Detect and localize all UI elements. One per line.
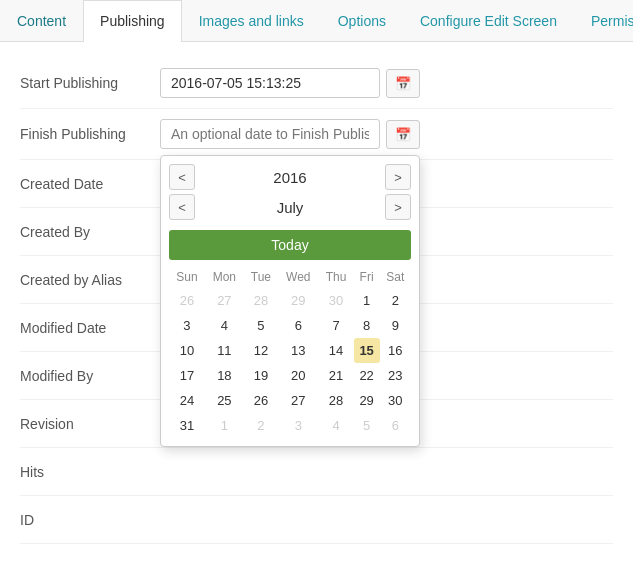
calendar-day-cell[interactable]: 2 [380, 288, 411, 313]
start-publishing-label: Start Publishing [20, 75, 160, 91]
calendar-day-cell[interactable]: 31 [169, 413, 205, 438]
year-next-button[interactable]: > [385, 164, 411, 190]
calendar-month: July [277, 199, 304, 216]
calendar-week-row: 31123456 [169, 413, 411, 438]
tab-bar: Content Publishing Images and links Opti… [0, 0, 633, 42]
calendar-day-cell[interactable]: 6 [380, 413, 411, 438]
calendar-popup: < 2016 > < July > Today Sun [160, 155, 420, 447]
day-header-thu: Thu [319, 266, 354, 288]
calendar-day-cell[interactable]: 9 [380, 313, 411, 338]
calendar-day-cell[interactable]: 10 [169, 338, 205, 363]
calendar-day-cell[interactable]: 21 [319, 363, 354, 388]
calendar-day-cell[interactable]: 24 [169, 388, 205, 413]
day-header-tue: Tue [244, 266, 278, 288]
created-by-alias-label: Created by Alias [20, 272, 160, 288]
created-by-label: Created By [20, 224, 160, 240]
calendar-day-cell[interactable]: 14 [319, 338, 354, 363]
calendar-day-cell[interactable]: 4 [205, 313, 244, 338]
calendar-year: 2016 [273, 169, 306, 186]
calendar-week-row: 3456789 [169, 313, 411, 338]
tab-permissions[interactable]: Permissions [574, 0, 633, 41]
calendar-day-cell[interactable]: 27 [205, 288, 244, 313]
finish-publishing-row: Finish Publishing 📅 < 2016 > < July > [20, 109, 613, 160]
calendar-day-cell[interactable]: 7 [319, 313, 354, 338]
day-header-wed: Wed [278, 266, 318, 288]
day-header-sun: Sun [169, 266, 205, 288]
tab-images-links[interactable]: Images and links [182, 0, 321, 41]
calendar-day-cell[interactable]: 26 [244, 388, 278, 413]
calendar-grid: Sun Mon Tue Wed Thu Fri Sat 262728293012… [169, 266, 411, 438]
calendar-day-cell[interactable]: 26 [169, 288, 205, 313]
calendar-day-cell[interactable]: 13 [278, 338, 318, 363]
tab-content[interactable]: Content [0, 0, 83, 41]
revision-label: Revision [20, 416, 160, 432]
year-prev-button[interactable]: < [169, 164, 195, 190]
hits-row: Hits [20, 448, 613, 496]
finish-publishing-control: 📅 < 2016 > < July > Today [160, 119, 613, 149]
day-header-mon: Mon [205, 266, 244, 288]
day-header-fri: Fri [354, 266, 380, 288]
tab-options[interactable]: Options [321, 0, 403, 41]
calendar-day-cell[interactable]: 1 [205, 413, 244, 438]
calendar-day-cell[interactable]: 19 [244, 363, 278, 388]
calendar-day-cell[interactable]: 2 [244, 413, 278, 438]
modified-date-label: Modified Date [20, 320, 160, 336]
finish-publishing-label: Finish Publishing [20, 126, 160, 142]
tab-publishing[interactable]: Publishing [83, 0, 182, 42]
calendar-day-cell[interactable]: 5 [244, 313, 278, 338]
calendar-day-cell[interactable]: 11 [205, 338, 244, 363]
created-date-label: Created Date [20, 176, 160, 192]
start-publishing-calendar-button[interactable]: 📅 [386, 69, 420, 98]
calendar-day-cell[interactable]: 29 [278, 288, 318, 313]
calendar-day-cell[interactable]: 25 [205, 388, 244, 413]
day-header-sat: Sat [380, 266, 411, 288]
id-row: ID [20, 496, 613, 544]
month-prev-button[interactable]: < [169, 194, 195, 220]
calendar-day-cell[interactable]: 23 [380, 363, 411, 388]
finish-publishing-calendar-button[interactable]: 📅 [386, 120, 420, 149]
calendar-week-row: 17181920212223 [169, 363, 411, 388]
start-publishing-row: Start Publishing 📅 [20, 58, 613, 109]
calendar-day-cell[interactable]: 18 [205, 363, 244, 388]
month-next-button[interactable]: > [385, 194, 411, 220]
calendar-day-cell[interactable]: 3 [278, 413, 318, 438]
calendar-day-cell[interactable]: 22 [354, 363, 380, 388]
finish-publishing-input[interactable] [160, 119, 380, 149]
calendar-year-nav: < 2016 > [169, 164, 411, 190]
calendar-week-row: 262728293012 [169, 288, 411, 313]
calendar-day-cell[interactable]: 6 [278, 313, 318, 338]
calendar-day-cell[interactable]: 5 [354, 413, 380, 438]
calendar-day-cell[interactable]: 16 [380, 338, 411, 363]
calendar-day-cell[interactable]: 28 [244, 288, 278, 313]
start-publishing-input[interactable] [160, 68, 380, 98]
calendar-day-cell[interactable]: 28 [319, 388, 354, 413]
id-label: ID [20, 512, 160, 528]
calendar-day-cell[interactable]: 15 [354, 338, 380, 363]
calendar-day-cell[interactable]: 17 [169, 363, 205, 388]
calendar-day-cell[interactable]: 29 [354, 388, 380, 413]
calendar-header-row: Sun Mon Tue Wed Thu Fri Sat [169, 266, 411, 288]
calendar-day-cell[interactable]: 4 [319, 413, 354, 438]
calendar-day-cell[interactable]: 12 [244, 338, 278, 363]
start-publishing-control: 📅 [160, 68, 613, 98]
calendar-day-cell[interactable]: 30 [319, 288, 354, 313]
calendar-week-row: 10111213141516 [169, 338, 411, 363]
calendar-day-cell[interactable]: 20 [278, 363, 318, 388]
calendar-day-cell[interactable]: 27 [278, 388, 318, 413]
modified-by-label: Modified By [20, 368, 160, 384]
publishing-form: Start Publishing 📅 Finish Publishing 📅 <… [0, 42, 633, 560]
calendar-week-row: 24252627282930 [169, 388, 411, 413]
hits-label: Hits [20, 464, 160, 480]
calendar-day-cell[interactable]: 8 [354, 313, 380, 338]
calendar-day-cell[interactable]: 3 [169, 313, 205, 338]
calendar-day-cell[interactable]: 30 [380, 388, 411, 413]
calendar-month-nav: < July > [169, 194, 411, 220]
today-button[interactable]: Today [169, 230, 411, 260]
tab-configure-edit[interactable]: Configure Edit Screen [403, 0, 574, 41]
calendar-day-cell[interactable]: 1 [354, 288, 380, 313]
